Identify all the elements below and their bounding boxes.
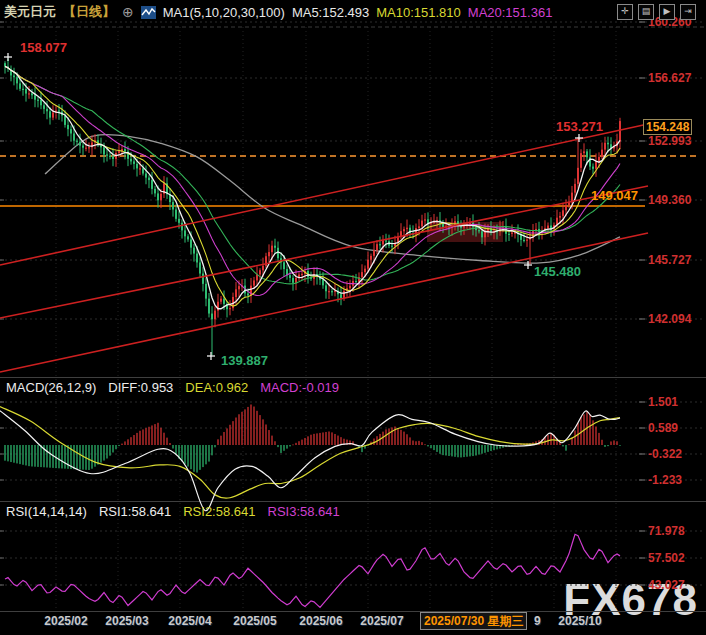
candle <box>13 68 15 86</box>
candle <box>205 277 207 306</box>
candle <box>553 222 555 235</box>
candle <box>115 151 117 167</box>
candle <box>382 235 384 252</box>
candle <box>595 153 597 176</box>
candle <box>220 296 222 304</box>
rsi2-value: RSI2:58.641 <box>183 504 255 519</box>
candle <box>82 142 84 155</box>
rsi1-value: RSI1:58.641 <box>99 504 171 519</box>
candle <box>367 252 369 273</box>
candle <box>535 223 537 234</box>
candle <box>43 103 45 114</box>
candle <box>52 105 54 120</box>
candle <box>112 148 114 166</box>
candle <box>292 275 294 291</box>
extreme-cross-marker <box>524 261 532 269</box>
candle <box>100 138 102 154</box>
candle <box>40 92 42 110</box>
chart-toolbar: ✛ ▤ ▶ ⇥ <box>617 4 696 20</box>
candle <box>577 137 579 189</box>
macd-dea-line <box>0 407 620 499</box>
axis-scale-icon[interactable]: ▤ <box>638 4 654 20</box>
candle <box>601 142 603 159</box>
trend-line[interactable] <box>0 233 648 372</box>
candle <box>256 266 258 285</box>
candle <box>331 289 333 296</box>
candle <box>592 163 594 174</box>
candle <box>583 143 585 161</box>
candle <box>187 234 189 242</box>
candle <box>232 293 234 311</box>
candle <box>151 172 153 194</box>
auto-scroll-icon[interactable]: ▶ <box>659 4 675 20</box>
candle <box>10 66 12 82</box>
ma10-line <box>5 66 620 306</box>
candle <box>379 237 381 250</box>
ma5-line <box>5 66 620 308</box>
candle <box>340 286 342 305</box>
ma5-value: MA5:152.493 <box>292 5 369 20</box>
candle <box>229 300 231 315</box>
candle <box>148 175 150 188</box>
rsi-indicator-row: RSI(14,14,14) RSI1:58.641 RSI2:58.641 RS… <box>6 504 340 519</box>
candle <box>433 214 435 224</box>
candle <box>619 118 621 150</box>
candle <box>163 176 165 198</box>
ma30-line <box>5 66 620 283</box>
rsi3-value: RSI3:58.641 <box>268 504 340 519</box>
macd-value: MACD:-0.019 <box>260 380 339 395</box>
candle <box>385 234 387 248</box>
candle <box>124 142 126 160</box>
macd-diff-value: DIFF:0.953 <box>108 380 173 395</box>
gridlines <box>0 22 706 612</box>
candle <box>580 149 582 172</box>
chart-style-icon[interactable] <box>141 6 156 19</box>
zoom-toggle-icon[interactable]: ⊕ <box>122 4 134 20</box>
timeframe-label: 【日线】 <box>63 3 115 21</box>
candle <box>193 244 195 262</box>
candle <box>376 240 378 254</box>
candle <box>397 233 399 250</box>
candle <box>34 87 36 107</box>
candle <box>88 142 90 153</box>
macd-title: MACD(26,12,9) <box>6 380 96 395</box>
rsi-title: RSI(14,14,14) <box>6 504 87 519</box>
rsi-line <box>5 534 620 607</box>
ma20-value: MA20:151.361 <box>468 5 553 20</box>
symbol-name: 美元日元 <box>4 3 56 21</box>
candle <box>394 236 396 254</box>
candle <box>604 137 606 156</box>
move-tool-icon[interactable]: ✛ <box>617 4 633 20</box>
candle <box>181 219 183 238</box>
title-bar: 美元日元 【日线】 ⊕ MA1(5,10,20,30,100) MA5:152.… <box>4 3 552 21</box>
candle <box>70 125 72 141</box>
candle <box>217 294 219 318</box>
candles <box>4 59 621 356</box>
candle <box>268 244 270 262</box>
candle <box>349 280 351 297</box>
candle <box>31 89 33 99</box>
candle <box>109 153 111 160</box>
ma10-value: MA10:151.810 <box>376 5 461 20</box>
candle <box>214 306 216 327</box>
go-to-latest-icon[interactable]: ⇥ <box>680 4 696 20</box>
extreme-cross-marker <box>4 53 12 61</box>
candle <box>325 281 327 298</box>
candle <box>175 205 177 222</box>
candle <box>208 293 210 317</box>
candle <box>355 274 357 284</box>
candle <box>298 272 300 281</box>
macd-dea-value: DEA:0.962 <box>185 380 248 395</box>
candle <box>202 267 204 292</box>
candle <box>550 217 552 236</box>
candle <box>166 177 168 199</box>
ma-settings-label: MA1(5,10,20,30,100) <box>163 5 285 20</box>
candle <box>250 278 252 303</box>
candle <box>145 166 147 185</box>
candle <box>361 264 363 285</box>
candle <box>226 301 228 317</box>
macd-indicator-row: MACD(26,12,9) DIFF:0.953 DEA:0.962 MACD:… <box>6 380 339 395</box>
chart-canvas[interactable] <box>0 0 706 635</box>
candle <box>37 97 39 108</box>
candle <box>154 186 156 197</box>
